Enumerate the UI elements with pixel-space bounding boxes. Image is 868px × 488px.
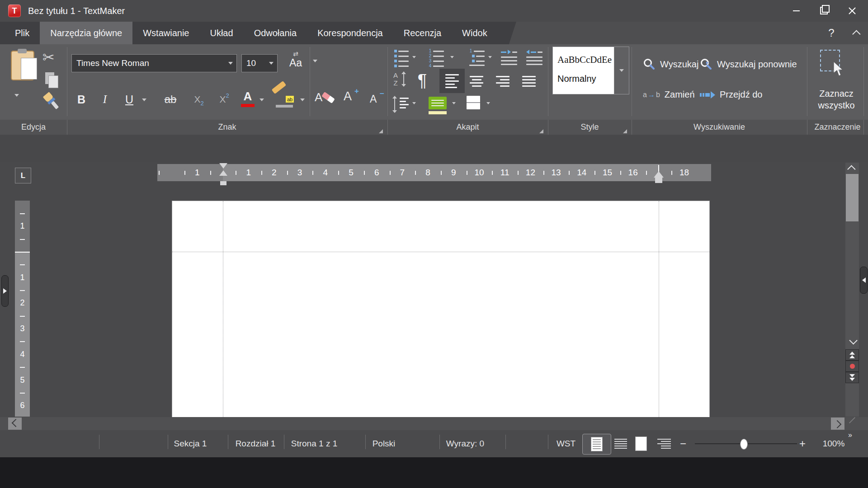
restore-button[interactable]: [814, 0, 835, 22]
font-size-combobox[interactable]: 10: [241, 54, 278, 72]
italic-button[interactable]: I: [96, 89, 114, 110]
view-outline-button[interactable]: [656, 436, 673, 451]
font-name-combobox[interactable]: Times New Roman: [71, 54, 237, 72]
dialog-launcher-style[interactable]: [623, 129, 627, 133]
style-gallery-dropdown[interactable]: [614, 47, 629, 94]
tab-narzedzia-glowne[interactable]: Narzędzia główne: [40, 22, 132, 44]
view-fullpage-button[interactable]: [633, 436, 649, 452]
right-indent-marker[interactable]: [654, 171, 664, 178]
vertical-scrollbar-thumb[interactable]: [846, 174, 859, 221]
bullet-list-dropdown[interactable]: [412, 56, 416, 58]
replace-button[interactable]: a → b Zamień: [643, 89, 695, 100]
select-all-button[interactable]: Zaznacz wszystko: [809, 48, 863, 116]
change-case-button[interactable]: ⇄ Aa: [284, 51, 307, 73]
bullet-list-button[interactable]: [394, 50, 409, 65]
paste-dropdown[interactable]: [14, 94, 19, 97]
shrink-font-button[interactable]: A −: [367, 89, 387, 110]
vertical-scrollbar[interactable]: [845, 163, 859, 417]
font-color-dropdown[interactable]: [259, 99, 264, 101]
view-continuous-button[interactable]: [613, 436, 628, 451]
status-chapter[interactable]: Rozdział 1: [236, 430, 276, 457]
outline-list-button[interactable]: 1: [469, 50, 485, 65]
justify-button[interactable]: [519, 71, 539, 91]
collapse-ribbon-button[interactable]: [849, 22, 865, 44]
left-margin-marker[interactable]: [220, 181, 226, 185]
line-spacing-button[interactable]: [392, 96, 410, 114]
scroll-down-button[interactable]: [845, 337, 859, 346]
subscript-button[interactable]: X2: [189, 89, 209, 110]
chevron-down-icon[interactable]: [269, 62, 274, 65]
sort-button[interactable]: AZ: [392, 71, 410, 91]
scroll-left-button[interactable]: [8, 418, 22, 430]
decrease-indent-button[interactable]: [526, 50, 542, 65]
underline-dropdown[interactable]: [142, 99, 146, 101]
grow-font-button[interactable]: A +: [342, 87, 362, 110]
chevron-down-icon[interactable]: [228, 62, 233, 65]
paste-button[interactable]: [11, 51, 34, 80]
scroll-up-button[interactable]: [845, 164, 859, 173]
horizontal-ruler[interactable]: 11234567891011121314151618: [157, 164, 711, 181]
next-page-button[interactable]: [845, 372, 859, 383]
first-line-indent-marker[interactable]: [219, 163, 227, 169]
vertical-ruler[interactable]: 1123456: [15, 201, 30, 417]
dialog-launcher-znak[interactable]: [379, 129, 383, 133]
status-page[interactable]: Strona 1 z 1: [291, 430, 337, 457]
zoom-level[interactable]: 100%: [823, 430, 845, 457]
search-again-button[interactable]: Wyszukaj ponownie: [700, 58, 797, 70]
borders-dropdown[interactable]: [486, 102, 490, 104]
superscript-button[interactable]: X2: [214, 89, 234, 110]
bold-button[interactable]: B: [72, 89, 90, 110]
align-left-button[interactable]: [439, 69, 465, 93]
zoom-out-button[interactable]: −: [680, 430, 686, 457]
browse-object-button[interactable]: [845, 361, 859, 372]
case-dropdown[interactable]: [313, 60, 317, 62]
format-painter-button[interactable]: [38, 87, 67, 117]
tab-widok[interactable]: Widok: [452, 22, 498, 44]
left-indent-marker[interactable]: [219, 170, 227, 176]
style-gallery[interactable]: AaBbCcDdEe Normalny: [552, 47, 629, 94]
tab-wstawianie[interactable]: Wstawianie: [132, 22, 199, 44]
tab-plik[interactable]: Plik: [5, 22, 40, 44]
shading-button[interactable]: [429, 97, 447, 115]
outline-list-dropdown[interactable]: [488, 56, 492, 58]
view-page-layout-button[interactable]: [582, 434, 611, 455]
status-more-button[interactable]: »: [848, 431, 852, 439]
close-button[interactable]: [842, 0, 863, 22]
previous-page-button[interactable]: [845, 349, 859, 361]
show-formatting-button[interactable]: ¶: [413, 69, 431, 92]
numbered-list-button[interactable]: 1 2 3 4: [429, 50, 444, 65]
document-page[interactable]: [172, 201, 710, 417]
align-right-button[interactable]: [493, 71, 513, 91]
cut-button[interactable]: ✂: [42, 49, 62, 69]
dialog-launcher-akapit[interactable]: [539, 129, 543, 133]
left-panel-expander[interactable]: [1, 275, 9, 307]
underline-button[interactable]: U: [119, 89, 139, 110]
font-color-button[interactable]: A: [239, 89, 257, 110]
style-preview-box[interactable]: AaBbCcDdEe Normalny: [553, 47, 614, 94]
increase-indent-button[interactable]: [501, 50, 517, 65]
status-language[interactable]: Polski: [373, 430, 396, 457]
right-panel-expander[interactable]: [860, 267, 868, 294]
tab-stop-selector[interactable]: L: [15, 168, 31, 183]
line-spacing-dropdown[interactable]: [412, 102, 416, 104]
borders-button[interactable]: [467, 96, 480, 109]
goto-button[interactable]: Przejdź do: [700, 89, 763, 100]
search-button[interactable]: Wyszukaj: [643, 58, 698, 70]
zoom-slider-thumb[interactable]: [740, 439, 748, 450]
tab-uklad[interactable]: Układ: [199, 22, 243, 44]
align-center-button[interactable]: [467, 71, 486, 91]
scroll-right-button[interactable]: [831, 418, 844, 430]
tab-odwolania[interactable]: Odwołania: [244, 22, 307, 44]
strikethrough-button[interactable]: ab: [159, 89, 182, 110]
highlight-dropdown[interactable]: [300, 99, 305, 101]
zoom-in-button[interactable]: +: [799, 430, 806, 457]
horizontal-scrollbar[interactable]: [0, 417, 868, 430]
status-word-count[interactable]: Wyrazy: 0: [446, 430, 484, 457]
help-button[interactable]: ?: [824, 22, 839, 44]
shading-dropdown[interactable]: [452, 102, 456, 104]
tab-korespondencja[interactable]: Korespondencja: [307, 22, 393, 44]
status-insert-mode[interactable]: WST: [557, 430, 576, 457]
numbered-list-dropdown[interactable]: [450, 56, 454, 58]
minimize-button[interactable]: [786, 0, 807, 22]
status-section[interactable]: Sekcja 1: [174, 430, 207, 457]
